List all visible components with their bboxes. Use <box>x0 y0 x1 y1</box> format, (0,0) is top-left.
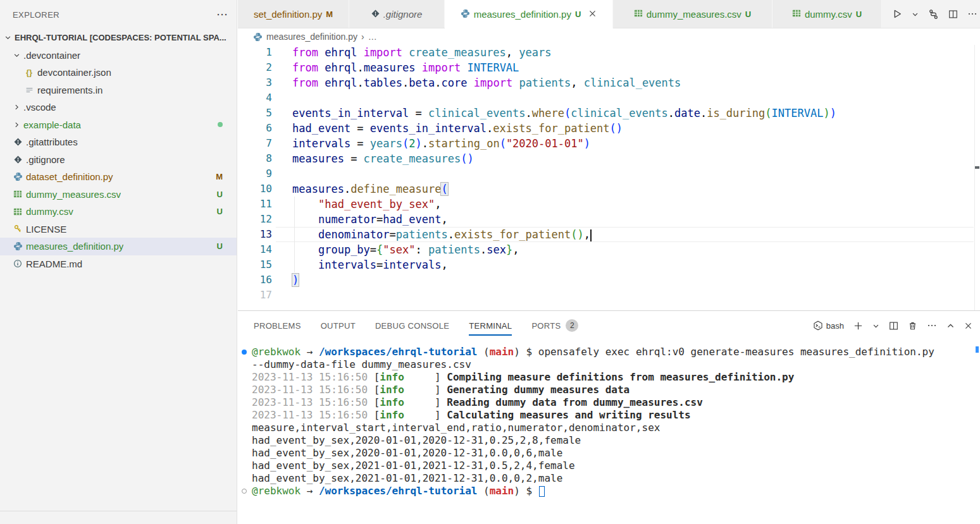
split-terminal-icon[interactable] <box>889 321 898 331</box>
line-number: 15 <box>238 257 272 272</box>
code-line[interactable]: 9 <box>238 166 980 181</box>
code-line[interactable]: 13 denominator=patients.exists_for_patie… <box>238 227 980 242</box>
chevron-down-icon <box>3 34 13 41</box>
tree-item-dummy-measures-csv[interactable]: dummy_measures.csvU <box>0 186 237 204</box>
git-status-badge: M <box>326 9 333 19</box>
panel-tab-label: OUTPUT <box>321 321 356 331</box>
tree-item-ehrql-tutorial-codespaces-potential-spa-[interactable]: EHRQL-TUTORIAL [CODESPACES: POTENTIAL SP… <box>0 29 237 47</box>
tab-measures-definition-py[interactable]: measures_definition.pyU <box>445 0 613 28</box>
open-changes-icon[interactable] <box>928 9 939 20</box>
outline-section[interactable]: › OUTLINE <box>0 511 237 524</box>
code-token: import <box>474 76 512 89</box>
code-line[interactable]: 7intervals = years(2).starting_on("2020-… <box>238 136 980 151</box>
line-number: 14 <box>238 242 272 257</box>
line-number: 12 <box>238 212 272 227</box>
tree-item--gitattributes[interactable]: .gitattributes <box>0 133 237 151</box>
csv-file-icon <box>634 9 643 20</box>
git-status-badge: U <box>856 9 862 19</box>
editor-more-actions-icon[interactable] <box>967 9 977 19</box>
line-number: 17 <box>238 288 272 303</box>
tree-item--devcontainer[interactable]: .devcontainer <box>0 47 237 64</box>
panel-tab-ports[interactable]: PORTS2 <box>531 311 578 340</box>
code-token: INTERVAL <box>772 107 824 119</box>
tree-item--gitignore[interactable]: .gitignore <box>0 151 237 169</box>
maximize-panel-icon[interactable] <box>946 322 955 330</box>
code-line[interactable]: 12 numerator=had_event, <box>238 212 980 227</box>
tree-item--vscode[interactable]: .vscode <box>0 99 237 116</box>
terminal-output[interactable]: @rebkwok → /workspaces/ehrql-tutorial (m… <box>238 340 980 524</box>
code-line[interactable]: 1from ehrql import create_measures, year… <box>238 45 980 60</box>
breadcrumb[interactable]: measures_definition.py › … <box>238 28 980 45</box>
terminal-line: 2023-11-13 15:16:50 [info ] Reading dumm… <box>252 396 980 409</box>
terminal-dropdown-icon[interactable] <box>872 322 879 329</box>
code-line[interactable]: 5events_in_interval = clinical_events.wh… <box>238 106 980 121</box>
code-token: ( <box>765 107 771 119</box>
terminal-token: info <box>380 371 404 383</box>
tree-item-requirements-in[interactable]: requirements.in <box>0 82 237 99</box>
shell-selector[interactable]: bash <box>813 320 844 331</box>
tree-item-devcontainer-json[interactable]: {}devcontainer.json <box>0 64 237 82</box>
code-token: . <box>357 76 363 89</box>
panel-more-actions-icon[interactable] <box>927 320 937 331</box>
code-line[interactable]: 15 intervals=intervals, <box>238 257 980 272</box>
breadcrumb-symbol-more[interactable]: … <box>368 32 377 42</box>
breadcrumb-file[interactable]: measures_definition.py <box>266 32 357 42</box>
code-line[interactable]: 8measures = create_measures() <box>238 151 980 166</box>
split-editor-icon[interactable] <box>948 9 958 19</box>
panel-tab-output[interactable]: OUTPUT <box>321 311 356 340</box>
code-line[interactable]: 11 "had_event_by_sex", <box>238 197 980 212</box>
tree-item-dummy-csv[interactable]: dummy.csvU <box>0 203 237 221</box>
code-token <box>357 46 363 59</box>
terminal-token: had_event_by_sex,2021-01-01,2021-12-31,0… <box>252 472 562 484</box>
run-button[interactable] <box>892 9 902 19</box>
panel-tab-debug-console[interactable]: DEBUG CONSOLE <box>375 311 449 340</box>
code-editor[interactable]: 1from ehrql import create_measures, year… <box>238 45 980 310</box>
code-line[interactable]: 4 <box>238 90 980 106</box>
close-panel-icon[interactable] <box>964 322 972 330</box>
line-number: 7 <box>238 136 272 151</box>
code-line[interactable]: 17 <box>238 288 980 303</box>
code-token: . <box>700 107 707 119</box>
code-token: , <box>441 213 447 226</box>
terminal-line: 2023-11-13 15:16:50 [info ] Generating d… <box>252 384 980 396</box>
line-number: 11 <box>238 197 272 212</box>
code-token: patients <box>396 228 448 241</box>
tree-item-measures-definition-py[interactable]: measures_definition.pyU <box>0 238 237 255</box>
code-token: ( <box>500 137 506 150</box>
code-line[interactable]: 6had_event = events_in_interval.exists_f… <box>238 121 980 136</box>
chevron-right-icon <box>11 121 22 128</box>
editor-cursor <box>590 229 592 241</box>
terminal-line: 2023-11-13 15:16:50 [info ] Calculating … <box>252 409 980 422</box>
code-token: from <box>292 61 318 74</box>
kill-terminal-icon[interactable] <box>908 321 917 331</box>
code-line[interactable]: 14 group_by={"sex": patients.sex}, <box>238 242 980 257</box>
code-token: tables <box>364 76 402 89</box>
code-line[interactable]: 16) <box>238 272 980 288</box>
git-status-badge: U <box>217 190 223 199</box>
code-token: . <box>402 76 409 89</box>
tree-item-readme-md[interactable]: README.md <box>0 255 237 273</box>
tree-item-license[interactable]: LICENSE <box>0 221 237 238</box>
command-success-decoration[interactable] <box>242 350 247 355</box>
tab-dummy-csv[interactable]: dummy.csvU <box>772 0 882 28</box>
panel-tab-terminal[interactable]: TERMINAL <box>469 311 512 340</box>
run-dropdown-icon[interactable] <box>912 11 919 18</box>
close-tab-icon[interactable] <box>588 9 597 20</box>
terminal-token: Generating dummy measures data <box>447 384 630 396</box>
panel-tab-problems[interactable]: PROBLEMS <box>254 311 301 340</box>
new-terminal-icon[interactable] <box>853 321 863 331</box>
code-token <box>318 76 325 89</box>
tab-set-definition-py[interactable]: set_definition.pyM <box>238 0 349 28</box>
terminal-token: info <box>380 409 404 421</box>
code-token: = <box>409 107 428 119</box>
code-token: = <box>376 213 383 226</box>
code-line[interactable]: 10measures.define_measure( <box>238 181 980 197</box>
tab-dummy-measures-csv[interactable]: dummy_measures.csvU <box>613 0 772 28</box>
code-line[interactable]: 2from ehrql.measures import INTERVAL <box>238 60 980 75</box>
tab--gitignore[interactable]: .gitignore <box>349 0 445 28</box>
explorer-more-actions-icon[interactable]: ⋯ <box>216 11 228 18</box>
tree-item-example-data[interactable]: example-data <box>0 116 237 134</box>
code-line[interactable]: 3from ehrql.tables.beta.core import pati… <box>238 75 980 90</box>
tree-item-dataset-definition-py[interactable]: dataset_definition.pyM <box>0 168 237 186</box>
command-prompt-decoration[interactable] <box>242 489 247 494</box>
